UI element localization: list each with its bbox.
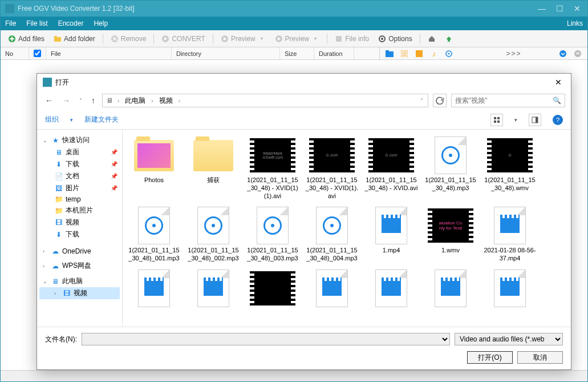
file-item[interactable] bbox=[185, 267, 241, 311]
collapse-up-icon[interactable] bbox=[574, 50, 582, 58]
file-item[interactable]: 1.mp4 bbox=[363, 204, 419, 264]
menu-filelist[interactable]: File list bbox=[26, 19, 47, 27]
collapse-down-icon[interactable] bbox=[559, 50, 567, 58]
refresh-button[interactable] bbox=[433, 94, 447, 107]
preview-button-2[interactable]: Preview▾ bbox=[271, 33, 324, 45]
tree-wps[interactable]: ›☁WPS网盘 bbox=[39, 260, 120, 272]
home-button[interactable] bbox=[424, 33, 440, 45]
open-button[interactable]: 打开(O) bbox=[467, 351, 513, 364]
file-type-filter[interactable]: Video and audio files (*.web bbox=[455, 333, 563, 345]
file-item[interactable] bbox=[245, 267, 301, 311]
help-button[interactable]: ? bbox=[553, 115, 563, 125]
breadcrumb-sub[interactable]: 视频 bbox=[157, 96, 175, 106]
file-item[interactable]: 1(2021_01_11_15_30_48).mp3 bbox=[423, 134, 478, 201]
file-item[interactable]: 2021-01-28 08-56-37.mp4 bbox=[482, 204, 538, 264]
pin-icon: 📌 bbox=[111, 173, 117, 179]
minimize-button[interactable]: — bbox=[538, 4, 546, 13]
tab-gear-icon[interactable] bbox=[445, 50, 453, 58]
convert-button[interactable]: CONVERT bbox=[157, 33, 209, 45]
file-item[interactable]: 1(2021_01_11_15_30_48)_004.mp3 bbox=[304, 204, 360, 264]
preview-button-1[interactable]: Preview▾ bbox=[217, 33, 270, 45]
tree-local-photos[interactable]: 📁本机照片 bbox=[39, 204, 120, 216]
file-item[interactable]: WaterMark⊙Swift.com1(2021_01_11_15_30_48… bbox=[245, 134, 301, 201]
file-item[interactable] bbox=[363, 267, 419, 311]
cancel-button[interactable]: 取消 bbox=[517, 351, 563, 364]
video-file-icon bbox=[375, 207, 407, 244]
options-button[interactable]: Options bbox=[374, 33, 416, 45]
file-item[interactable]: 捕获 bbox=[185, 134, 241, 201]
col-no[interactable]: No bbox=[1, 47, 29, 59]
nav-forward-button[interactable]: → bbox=[60, 95, 72, 106]
select-all-checkbox[interactable] bbox=[34, 50, 41, 57]
tree-thispc-videos[interactable]: ›🎞视频 bbox=[39, 287, 120, 299]
search-box[interactable]: 🔍 bbox=[451, 94, 565, 107]
file-item[interactable] bbox=[482, 267, 538, 311]
tree-thispc[interactable]: ⌄🖥此电脑 bbox=[39, 275, 120, 287]
more-tabs[interactable]: >>> bbox=[510, 50, 518, 58]
tree-temp[interactable]: 📁temp bbox=[39, 194, 120, 204]
file-item[interactable]: 1(2021_01_11_15_30_48)_002.mp3 bbox=[185, 204, 241, 264]
tree-desktop[interactable]: 🖥桌面📌 bbox=[39, 146, 120, 158]
info-icon bbox=[335, 35, 343, 43]
tree-documents[interactable]: 📄文档📌 bbox=[39, 170, 120, 182]
pin-button[interactable] bbox=[441, 33, 457, 45]
col-directory[interactable]: Directory bbox=[172, 47, 280, 59]
add-files-button[interactable]: Add files bbox=[4, 33, 48, 45]
col-size[interactable]: Size bbox=[280, 47, 314, 59]
menu-links[interactable]: Links bbox=[567, 19, 583, 27]
tab-folder-icon[interactable] bbox=[386, 50, 394, 58]
col-file[interactable]: File bbox=[46, 47, 172, 59]
col-duration[interactable]: Duration bbox=[314, 47, 354, 59]
file-item[interactable]: Photos bbox=[126, 134, 182, 201]
remove-button[interactable]: Remove bbox=[107, 33, 151, 45]
new-folder-button[interactable]: 新建文件夹 bbox=[84, 115, 119, 124]
file-item[interactable] bbox=[126, 267, 182, 311]
desktop-icon: 🖥 bbox=[54, 148, 63, 156]
menu-help[interactable]: Help bbox=[94, 19, 108, 27]
file-item[interactable]: ⊙1(2021_01_11_15_30_48).wmv bbox=[482, 134, 538, 201]
organize-menu[interactable]: 组织 bbox=[45, 115, 59, 124]
tab-list-icon[interactable] bbox=[400, 50, 408, 58]
tree-downloads[interactable]: ⬇下载📌 bbox=[39, 158, 120, 170]
tree-quick-access[interactable]: ⌄★快速访问 bbox=[39, 134, 120, 146]
file-info-button[interactable]: File info bbox=[331, 33, 373, 45]
dialog-close-button[interactable]: ✕ bbox=[551, 77, 565, 88]
tab-video-icon[interactable] bbox=[415, 50, 423, 58]
breadcrumb-root[interactable]: 此电脑 bbox=[123, 96, 148, 106]
tree-downloads-2[interactable]: ⬇下载 bbox=[39, 228, 120, 240]
tab-audio-icon[interactable]: ♪ bbox=[430, 50, 438, 58]
file-item[interactable]: ⊙.com1(2021_01_11_15_30_48) - XVID.avi bbox=[363, 134, 419, 201]
play-icon bbox=[161, 35, 169, 43]
nav-back-button[interactable]: ← bbox=[43, 95, 55, 106]
file-item[interactable]: 1(2021_01_11_15_30_48)_001.mp3 bbox=[126, 204, 182, 264]
view-mode-button[interactable] bbox=[490, 114, 503, 126]
breadcrumb[interactable]: 🖥 › 此电脑 › 视频 › ˅ bbox=[102, 94, 428, 107]
svg-point-15 bbox=[448, 53, 450, 54]
add-folder-button[interactable]: Add folder bbox=[50, 33, 99, 45]
chevron-right-icon: › bbox=[149, 98, 155, 104]
menu-file[interactable]: File bbox=[5, 19, 16, 27]
chevron-down-icon[interactable]: ˅ bbox=[418, 98, 425, 104]
nav-up-button[interactable]: ↑ bbox=[89, 95, 98, 106]
maximize-button[interactable]: ☐ bbox=[556, 4, 563, 13]
filename-input[interactable] bbox=[82, 333, 450, 345]
file-item[interactable]: 1(2021_01_11_15_30_48)_003.mp3 bbox=[245, 204, 301, 264]
col-check[interactable] bbox=[29, 47, 46, 59]
close-button[interactable]: ✕ bbox=[574, 4, 581, 13]
video-icon: 🎞 bbox=[54, 219, 63, 227]
nav-recent-button[interactable]: ˅ bbox=[77, 96, 84, 105]
tree-videos[interactable]: 🎞视频 bbox=[39, 216, 120, 228]
svg-rect-21 bbox=[497, 120, 500, 123]
search-input[interactable] bbox=[455, 96, 553, 104]
menu-encoder[interactable]: Encoder bbox=[58, 19, 84, 27]
preview-pane-button[interactable] bbox=[529, 114, 541, 126]
file-item[interactable]: aluation Conly for Testi1.wmv bbox=[423, 204, 478, 264]
file-item[interactable]: ⊙.com1(2021_01_11_15_30_48) - XVID(1).av… bbox=[304, 134, 360, 201]
tree-onedrive[interactable]: ›☁OneDrive bbox=[39, 246, 120, 256]
tree-pictures[interactable]: 🖼图片📌 bbox=[39, 182, 120, 194]
file-item[interactable] bbox=[304, 267, 360, 311]
svg-rect-1 bbox=[54, 37, 61, 42]
video-thumbnail bbox=[250, 271, 295, 305]
file-item[interactable] bbox=[423, 267, 478, 311]
svg-rect-7 bbox=[336, 36, 342, 42]
